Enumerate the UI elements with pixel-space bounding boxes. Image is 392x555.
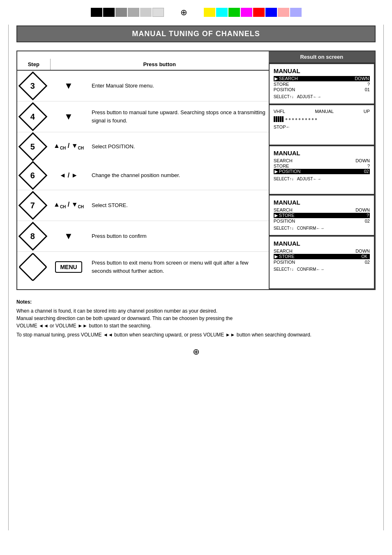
top-crosshair: ⊕ — [180, 7, 187, 17]
step-5-desc: Select POSITION. — [89, 132, 269, 161]
step-5-btn: ▲CH / ▼CH — [48, 132, 89, 161]
right-color-bars — [204, 8, 302, 17]
screen-8-footer: SELECT↑↓CONFIRM←→ — [274, 267, 370, 272]
main-content: MANUAL TUNING OF CHANNELS Step Press but… — [16, 25, 376, 339]
step-8-num: 8 — [17, 221, 48, 252]
screen-7-row-1: SEARCHDOWN — [274, 207, 370, 212]
notes-title: Notes: — [16, 298, 376, 306]
step-3-desc: Enter Manual Store menu. — [89, 71, 269, 101]
screen-8-row-3: POSITION02 — [274, 260, 370, 265]
header-press: Press button — [50, 59, 269, 70]
steps-section: Step Press button 3 ▼ — [17, 51, 269, 290]
notes-line-2: Manual searching direction can be both u… — [16, 315, 376, 322]
step-4-btn: ▼ — [48, 101, 89, 132]
step-row-7: 7 ▲CH / ▼CH Select STORE. — [17, 190, 269, 221]
step-6-num: 6 — [17, 161, 48, 190]
step-7-num: 7 — [17, 190, 48, 221]
header-step: Step — [17, 59, 50, 70]
step-7-label: 7 — [30, 200, 35, 210]
vol-down3-icon: ▼ — [64, 231, 73, 241]
screen-4: VHFLMANUALUP — [269, 104, 375, 145]
screen-3-footer: SELECT↑↓ADJUST←→ — [274, 94, 370, 99]
result-section: Result on screen MANUAL ▶ SEARCHDOWN STO… — [269, 51, 375, 290]
screen-56-title: MANUAL — [274, 150, 370, 157]
screen-56-row-2: STORE? — [274, 164, 370, 168]
signal-display — [274, 116, 370, 122]
page-title: MANUAL TUNING OF CHANNELS — [16, 25, 376, 42]
screen-7-footer: SELECT↑↓CONFIRM←→ — [274, 226, 370, 230]
stop-label: STOP← — [274, 124, 370, 129]
step-5-num: 5 — [17, 132, 48, 161]
screen-56: MANUAL SEARCHDOWN STORE? ▶ POSITION02 SE… — [269, 145, 375, 195]
step-7-btn: ▲CH / ▼CH — [48, 190, 89, 221]
ch-ud2-icon: ▲CH / ▼CH — [53, 201, 84, 208]
screen-56-footer: SELECT↑↓ADJUST←→ — [274, 177, 370, 181]
screen-3-title: MANUAL — [274, 67, 370, 74]
ok-badge: OK — [360, 254, 369, 259]
step-7-desc: Select STORE. — [89, 190, 269, 221]
ch-up-down-icon: ▲CH / ▼CH — [53, 142, 84, 149]
screen-7-row-2: ▶ STORE? — [274, 213, 370, 218]
vol-lr-icon: ◄ / ► — [59, 172, 78, 179]
step-4-desc: Press button to manual tune upward. Sear… — [89, 101, 269, 132]
screen-8-title: MANUAL — [274, 240, 370, 247]
screen-7: MANUAL SEARCHDOWN ▶ STORE? POSITION02 SE… — [269, 195, 375, 236]
step-row-4: 4 ▼ Press button to manual tune upward. … — [17, 101, 269, 132]
screen-7-title: MANUAL — [274, 199, 370, 206]
bottom-crosshair: ⊕ — [0, 343, 392, 361]
step-row-3: 3 ▼ Enter Manual Store menu. — [17, 71, 269, 101]
step-row-6: 6 ◄ / ► Change the channel position numb… — [17, 161, 269, 190]
step-3-btn: ▼ — [48, 71, 89, 101]
step-3-label: 3 — [30, 81, 35, 90]
screen-7-row-3: POSITION02 — [274, 219, 370, 223]
screen-8-row-2: ▶ STOREOK — [274, 254, 370, 259]
step-row-menu: MENU Press button to exit menu from scre… — [17, 252, 269, 282]
step-5-label: 5 — [30, 142, 35, 151]
step-8-label: 8 — [30, 231, 35, 241]
screen-3-row-1: ▶ SEARCHDOWN — [274, 76, 370, 81]
step-menu-btn: MENU — [48, 252, 89, 282]
notes-line-1: When a channel is found, it can be store… — [16, 307, 376, 315]
step-row-8: 8 ▼ Press button to confirm — [17, 221, 269, 252]
step-4-label: 4 — [30, 112, 35, 121]
step-6-desc: Change the channel position number. — [89, 161, 269, 190]
screen-3: MANUAL ▶ SEARCHDOWN STORE? POSITION01 SE… — [269, 63, 375, 104]
left-color-bars — [91, 8, 164, 17]
instruction-table: Step Press button 3 ▼ — [16, 51, 376, 290]
vol-down-icon: ▼ — [64, 81, 73, 91]
vol-down2-icon: ▼ — [64, 111, 73, 122]
screen-4-row-1: VHFLMANUALUP — [274, 109, 370, 114]
notes-line-4: To stop manual tuning, press VOLUME ◄◄ b… — [16, 331, 376, 339]
color-bars-section: ⊕ — [0, 0, 392, 21]
step-6-btn: ◄ / ► — [48, 161, 89, 190]
screen-3-row-2: STORE? — [274, 82, 370, 87]
menu-button-icon[interactable]: MENU — [55, 261, 82, 273]
step-8-btn: ▼ — [48, 221, 89, 252]
step-4-num: 4 — [17, 101, 48, 132]
notes-line-3: VOLUME ◄◄ or VOLUME ►► button to start t… — [16, 322, 376, 329]
screen-8: MANUAL SEARCHDOWN ▶ STOREOK POSITION02 S… — [269, 236, 375, 289]
notes-section: Notes: When a channel is found, it can b… — [16, 298, 376, 339]
step-menu-num — [17, 252, 48, 282]
step-3-num: 3 — [17, 71, 48, 101]
screen-8-row-1: SEARCHDOWN — [274, 249, 370, 253]
step-menu-desc: Press button to exit menu from screen or… — [89, 252, 269, 282]
screen-56-row-3: ▶ POSITION02 — [274, 169, 370, 174]
step-6-label: 6 — [30, 170, 35, 180]
result-header: Result on screen — [269, 51, 375, 63]
screen-3-row-3: POSITION01 — [274, 87, 370, 92]
step-8-desc: Press button to confirm — [89, 221, 269, 252]
step-row-5: 5 ▲CH / ▼CH Select POSITION. — [17, 132, 269, 161]
screen-56-row-1: SEARCHDOWN — [274, 158, 370, 163]
